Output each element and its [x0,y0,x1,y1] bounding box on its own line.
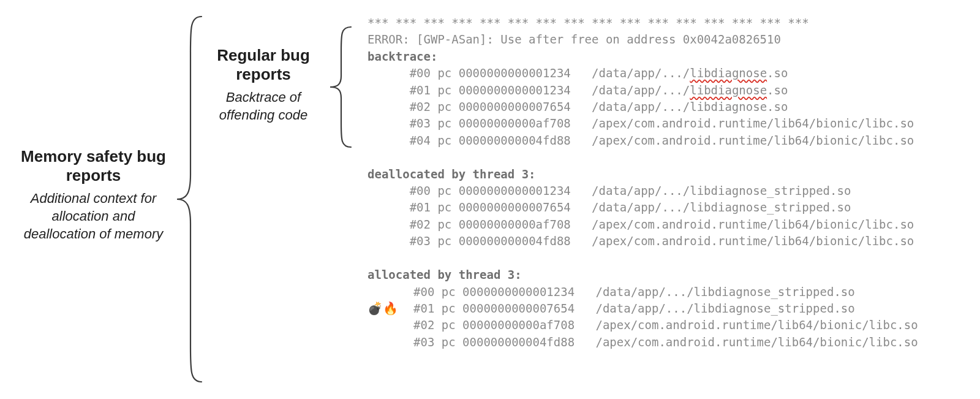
backtrace-row: #00 pc 0000000000001234 /data/app/.../li… [368,66,788,80]
dealloc-row: #00 pc 0000000000001234 /data/app/.../li… [368,184,851,197]
code-block: *** *** *** *** *** *** *** *** *** *** … [368,15,918,351]
memory-safety-subtitle: Additional context for allocation and de… [15,190,172,243]
regular-label: Regular bug reports Backtrace of offendi… [202,46,325,124]
bomb-fire-icon: 💣🔥 [368,301,413,316]
alloc-prefix [368,335,413,349]
memory-safety-label: Memory safety bug reports Additional con… [15,147,172,243]
dealloc-row: #02 pc 00000000000af708 /apex/com.androi… [368,218,914,231]
alloc-row: 💣🔥 #01 pc 0000000000007654 /data/app/...… [368,302,855,315]
alloc-row: #00 pc 0000000000001234 /data/app/.../li… [368,285,855,298]
brace-inner [328,26,352,148]
backtrace-row: #04 pc 000000000004fd88 /apex/com.androi… [368,134,914,147]
dealloc-row: #01 pc 0000000000007654 /data/app/.../li… [368,200,851,214]
alloc-prefix [368,284,413,299]
regular-title: Regular bug reports [202,46,325,84]
alloc-header: allocated by thread 3: [368,268,522,281]
dealloc-row: #03 pc 000000000004fd88 /apex/com.androi… [368,234,914,248]
brace-outer [175,15,203,383]
dealloc-header: deallocated by thread 3: [368,167,536,181]
line-error: ERROR: [GWP-ASan]: Use after free on add… [368,32,781,46]
backtrace-row: #03 pc 00000000000af708 /apex/com.androi… [368,116,914,130]
alloc-row: #03 pc 000000000004fd88 /apex/com.androi… [368,335,918,349]
backtrace-row: #02 pc 0000000000007654 /data/app/.../li… [368,100,788,113]
backtrace-header: backtrace: [368,50,437,63]
alloc-prefix [368,317,413,332]
backtrace-row: #01 pc 0000000000001234 /data/app/.../li… [368,83,788,97]
alloc-row: #02 pc 00000000000af708 /apex/com.androi… [368,318,918,332]
line-asterisks: *** *** *** *** *** *** *** *** *** *** … [368,16,809,29]
memory-safety-title: Memory safety bug reports [15,147,172,185]
regular-subtitle: Backtrace of offending code [202,89,325,124]
